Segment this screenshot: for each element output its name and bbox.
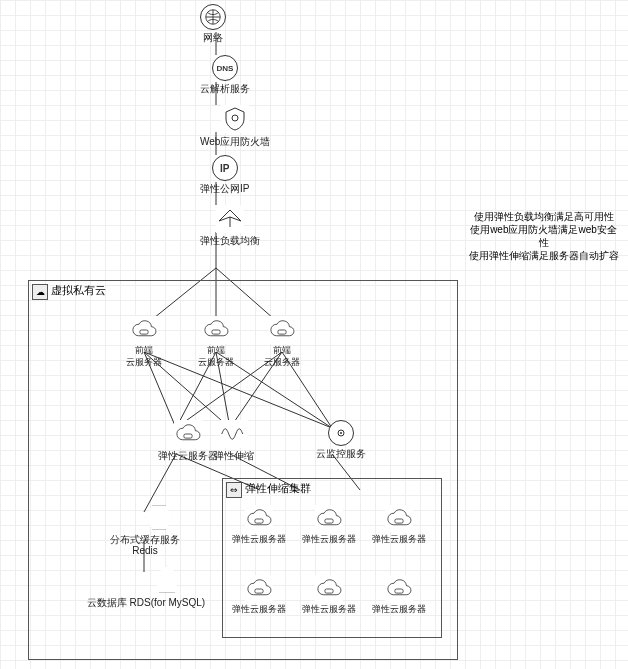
redis-label: 分布式缓存服务Redis — [100, 534, 190, 556]
as-label: 弹性伸缩 — [214, 450, 254, 461]
dns-icon: DNS — [212, 55, 238, 81]
ces-label: 云监控服务 — [316, 448, 366, 459]
as-group-title: 弹性伸缩集群 — [245, 481, 311, 496]
cloud-icon — [245, 505, 273, 533]
cloud-icon — [174, 420, 202, 448]
rds-label: 云数据库 RDS(for MySQL) — [86, 597, 206, 608]
dns-node: DNS 云解析服务 — [200, 55, 250, 94]
cloud-icon — [385, 505, 413, 533]
elb-node: 弹性负载均衡 — [200, 205, 260, 246]
redis-node: 分布式缓存服务Redis — [128, 505, 190, 556]
cloud-icon — [202, 316, 230, 344]
frontend-line2-2: 云服务器 — [264, 358, 300, 368]
frontend-line1-0: 前端 — [126, 346, 162, 356]
frontend-line1-1: 前端 — [198, 346, 234, 356]
mysql-icon — [153, 565, 181, 593]
auto-scaling-icon — [220, 420, 248, 448]
as-server-4: 弹性云服务器 — [302, 575, 356, 615]
network-node: 网络 — [200, 4, 226, 43]
note-line-0: 使用弹性负载均衡满足高可用性 — [466, 210, 621, 223]
elb-label: 弹性负载均衡 — [200, 235, 260, 246]
frontend-node-0: 前端 云服务器 — [126, 316, 162, 368]
shield-icon — [221, 105, 249, 133]
as-server-2: 弹性云服务器 — [372, 505, 426, 545]
waf-node: Web应用防火墙 — [200, 105, 270, 147]
monitoring-icon — [328, 420, 354, 446]
notes-block: 使用弹性负载均衡满足高可用性 使用web应用防火墙满足web安全性 使用弹性伸缩… — [466, 210, 621, 262]
ces-node: 云监控服务 — [316, 420, 366, 459]
ecs-node: 弹性云服务器 — [158, 420, 218, 461]
ecs-label: 弹性云服务器 — [158, 450, 218, 461]
as-node: 弹性伸缩 — [214, 420, 254, 461]
as-server-label-2: 弹性云服务器 — [372, 535, 426, 545]
frontend-line2-1: 云服务器 — [198, 358, 234, 368]
as-server-5: 弹性云服务器 — [372, 575, 426, 615]
frontend-line2-0: 云服务器 — [126, 358, 162, 368]
as-server-label-4: 弹性云服务器 — [302, 605, 356, 615]
cloud-icon — [315, 575, 343, 603]
eip-node: IP 弹性公网IP — [200, 155, 249, 194]
note-line-2: 使用弹性伸缩满足服务器自动扩容 — [466, 249, 621, 262]
load-balancer-icon — [216, 205, 244, 233]
as-server-label-1: 弹性云服务器 — [302, 535, 356, 545]
as-server-0: 弹性云服务器 — [232, 505, 286, 545]
as-server-1: 弹性云服务器 — [302, 505, 356, 545]
vpc-icon: ☁ — [32, 284, 48, 300]
ip-icon: IP — [212, 155, 238, 181]
as-server-3: 弹性云服务器 — [232, 575, 286, 615]
as-group-icon: ⇔ — [226, 482, 242, 498]
note-line-1: 使用web应用防火墙满足web安全性 — [466, 223, 621, 249]
cloud-icon — [130, 316, 158, 344]
redis-icon — [145, 505, 173, 530]
rds-node: 云数据库 RDS(for MySQL) — [128, 565, 206, 608]
network-label: 网络 — [200, 32, 226, 43]
as-server-label-3: 弹性云服务器 — [232, 605, 286, 615]
vpc-title: 虚拟私有云 — [51, 283, 106, 298]
as-server-label-5: 弹性云服务器 — [372, 605, 426, 615]
frontend-line1-2: 前端 — [264, 346, 300, 356]
cloud-icon — [315, 505, 343, 533]
cloud-icon — [245, 575, 273, 603]
svg-point-30 — [340, 432, 342, 434]
frontend-node-1: 前端 云服务器 — [198, 316, 234, 368]
cloud-icon — [385, 575, 413, 603]
waf-label: Web应用防火墙 — [200, 136, 270, 147]
frontend-node-2: 前端 云服务器 — [264, 316, 300, 368]
globe-icon — [200, 4, 226, 30]
dns-label: 云解析服务 — [200, 83, 250, 94]
eip-label: 弹性公网IP — [200, 183, 249, 194]
cloud-icon — [268, 316, 296, 344]
as-server-label-0: 弹性云服务器 — [232, 535, 286, 545]
